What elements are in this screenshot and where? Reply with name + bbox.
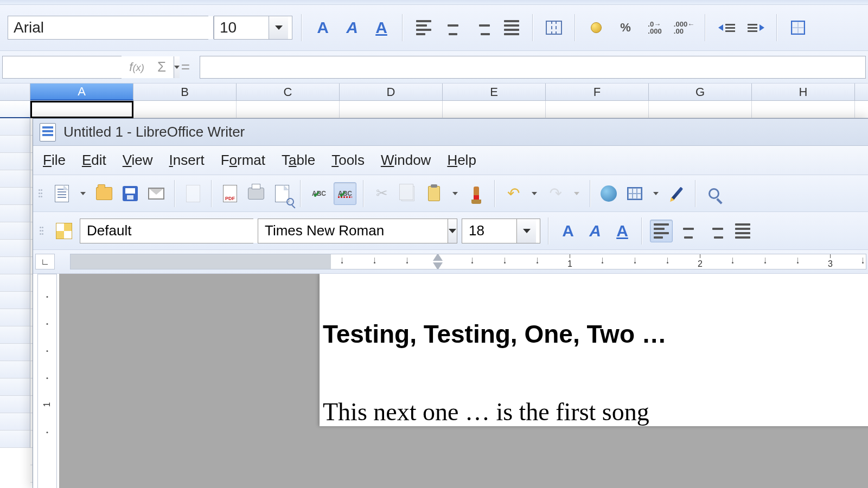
borders-button[interactable] <box>786 16 810 40</box>
align-justify-button[interactable] <box>500 16 524 40</box>
drawing-button[interactable] <box>666 182 688 205</box>
writer-bold-button[interactable]: A <box>557 220 579 242</box>
column-header-h[interactable]: H <box>752 84 855 100</box>
writer-font-size-dropdown-button[interactable] <box>516 219 536 243</box>
hyperlink-button[interactable] <box>597 182 620 205</box>
name-box-input[interactable] <box>3 56 174 78</box>
row-header[interactable] <box>0 188 30 205</box>
paragraph-style-combo[interactable] <box>80 219 253 243</box>
align-left-button[interactable] <box>412 16 436 40</box>
new-document-button[interactable] <box>50 182 73 205</box>
align-center-button[interactable] <box>441 16 465 40</box>
row-header[interactable] <box>0 118 30 136</box>
writer-align-right-button[interactable] <box>704 220 727 242</box>
sum-button[interactable]: Σ <box>152 55 171 79</box>
writer-align-left-button[interactable] <box>650 220 673 242</box>
calc-font-name-input[interactable] <box>8 16 213 39</box>
writer-italic-button[interactable]: A <box>584 220 607 242</box>
writer-font-name-dropdown-button[interactable] <box>448 219 457 243</box>
writer-titlebar[interactable]: Untitled 1 - LibreOffice Writer <box>33 119 868 146</box>
column-header-f[interactable]: F <box>546 84 649 100</box>
column-header-b[interactable]: B <box>133 84 237 100</box>
undo-button[interactable]: ↶ <box>502 182 525 205</box>
percent-button[interactable]: % <box>614 16 637 40</box>
find-button[interactable] <box>703 182 725 205</box>
menu-window[interactable]: Window <box>381 152 431 169</box>
function-button[interactable]: = <box>176 55 195 79</box>
calc-font-size-dropdown-button[interactable] <box>269 16 288 39</box>
ruler-corner[interactable]: ∟ <box>35 254 55 269</box>
save-button[interactable] <box>119 182 142 205</box>
writer-align-justify-button[interactable] <box>731 220 754 242</box>
toolbar-grip[interactable] <box>39 189 44 197</box>
redo-button[interactable]: ↶ <box>544 182 567 205</box>
undo-dropdown[interactable] <box>528 192 541 195</box>
column-header-a[interactable]: A <box>30 84 133 100</box>
italic-button[interactable]: A <box>340 16 364 40</box>
align-right-button[interactable] <box>470 16 494 40</box>
remove-decimal-button[interactable]: .000←.00 <box>672 16 696 40</box>
merge-cells-button[interactable] <box>542 16 566 40</box>
document-viewport[interactable]: Testing, Testing, One, Two … This next o… <box>59 274 868 488</box>
document-page[interactable]: Testing, Testing, One, Two … This next o… <box>320 274 868 426</box>
print-preview-button[interactable] <box>271 182 293 205</box>
row-header[interactable] <box>0 413 30 431</box>
new-document-dropdown[interactable] <box>76 192 90 195</box>
column-header-d[interactable]: D <box>340 84 443 100</box>
toolbar-grip[interactable] <box>40 227 45 235</box>
row-header[interactable] <box>0 274 30 292</box>
spellcheck-button[interactable]: ABC✔ <box>308 182 330 205</box>
menu-format[interactable]: Format <box>221 152 265 169</box>
row-header[interactable] <box>0 257 30 274</box>
insert-table-button[interactable] <box>623 182 646 205</box>
cut-button[interactable]: ✂ <box>371 182 393 205</box>
row-header[interactable] <box>0 431 30 448</box>
document-body-text[interactable]: This next one … is the first song <box>323 397 868 426</box>
writer-font-name-combo[interactable] <box>258 219 457 243</box>
underline-button[interactable]: A <box>369 16 393 40</box>
menu-tools[interactable]: Tools <box>331 152 365 169</box>
row-header[interactable] <box>0 205 30 222</box>
menu-insert[interactable]: Insert <box>169 152 205 169</box>
row-header[interactable] <box>0 378 30 396</box>
menu-file[interactable]: File <box>43 152 66 169</box>
formula-input[interactable] <box>200 56 866 79</box>
paragraph-style-input[interactable] <box>80 219 270 243</box>
row-header[interactable] <box>0 309 30 326</box>
print-button[interactable] <box>245 182 267 205</box>
row-header[interactable] <box>0 361 30 378</box>
menu-table[interactable]: Table <box>282 152 315 169</box>
edit-file-button[interactable] <box>182 182 205 205</box>
document-heading[interactable]: Testing, Testing, One, Two … <box>323 319 868 349</box>
currency-button[interactable] <box>584 16 608 40</box>
column-header-g[interactable]: G <box>649 84 752 100</box>
paste-button[interactable] <box>423 182 445 205</box>
menu-edit[interactable]: Edit <box>82 152 106 169</box>
row-header[interactable] <box>0 222 30 240</box>
paste-dropdown[interactable] <box>449 192 462 195</box>
email-button[interactable] <box>145 182 168 205</box>
add-decimal-button[interactable]: .0→.000 <box>643 16 667 40</box>
writer-font-name-input[interactable] <box>258 219 448 243</box>
calc-font-name-combo[interactable] <box>8 16 208 40</box>
insert-table-dropdown[interactable] <box>649 192 662 195</box>
row-header[interactable] <box>0 101 30 118</box>
calc-font-size-input[interactable] <box>214 16 269 39</box>
redo-dropdown[interactable] <box>570 192 583 195</box>
row-header[interactable] <box>0 396 30 413</box>
menu-view[interactable]: View <box>123 152 153 169</box>
open-button[interactable] <box>93 182 116 205</box>
row-header[interactable] <box>0 292 30 309</box>
writer-font-size-combo[interactable] <box>462 219 540 243</box>
export-pdf-button[interactable] <box>219 182 241 205</box>
row-header[interactable] <box>0 240 30 257</box>
row-header[interactable] <box>0 326 30 344</box>
decrease-indent-button[interactable] <box>714 16 738 40</box>
format-paintbrush-button[interactable] <box>465 182 488 205</box>
bold-button[interactable]: A <box>311 16 335 40</box>
column-header-c[interactable]: C <box>237 84 340 100</box>
name-box[interactable] <box>2 56 122 79</box>
row-header[interactable] <box>0 136 30 153</box>
menu-help[interactable]: Help <box>447 152 476 169</box>
column-header-e[interactable]: E <box>443 84 546 100</box>
